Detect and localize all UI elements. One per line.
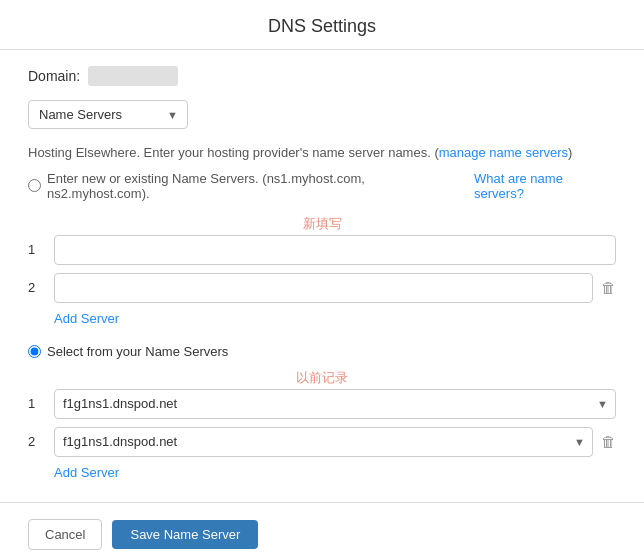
existing-ns-number-1: 1 (28, 396, 46, 411)
hosting-description: Hosting Elsewhere. Enter your hosting pr… (28, 143, 616, 163)
existing-ns-select-1[interactable]: f1g1ns1.dnspod.net (54, 389, 616, 419)
delete-existing-ns-2-icon[interactable]: 🗑 (601, 433, 616, 450)
existing-ns-select-2[interactable]: f1g1ns1.dnspod.net (54, 427, 593, 457)
footer: Cancel Save Name Server (0, 502, 644, 561)
existing-ns-select-wrapper-1: f1g1ns1.dnspod.net ▼ (54, 389, 616, 419)
existing-ns-number-2: 2 (28, 434, 46, 449)
ns-input-2[interactable] (54, 273, 593, 303)
domain-value (88, 66, 178, 86)
ns-input-row-1: 1 (28, 235, 616, 265)
add-server-link-existing[interactable]: Add Server (54, 465, 119, 480)
enter-new-ns-label: Enter new or existing Name Servers. (ns1… (47, 171, 470, 201)
select-existing-ns-label: Select from your Name Servers (47, 344, 228, 359)
new-label: 新填写 (28, 215, 616, 233)
ns-input-1[interactable] (54, 235, 616, 265)
cancel-button[interactable]: Cancel (28, 519, 102, 550)
ns-input-row-2: 2 🗑 (28, 273, 616, 303)
nameserver-type-select[interactable]: Name Servers DNS Records Email Records (28, 100, 188, 129)
existing-ns-row-2: 2 f1g1ns1.dnspod.net ▼ 🗑 (28, 427, 616, 457)
what-are-nameservers-link[interactable]: What are name servers? (474, 171, 616, 201)
select-existing-ns-radio[interactable] (28, 345, 41, 358)
select-existing-ns-radio-row: Select from your Name Servers (28, 344, 616, 359)
ns-number-2: 2 (28, 280, 46, 295)
new-ns-section: 新填写 1 2 🗑 Add Server (28, 215, 616, 338)
existing-ns-row-1: 1 f1g1ns1.dnspod.net ▼ (28, 389, 616, 419)
existing-ns-section: 以前记录 1 f1g1ns1.dnspod.net ▼ 2 f1g1ns1.dn… (28, 369, 616, 492)
enter-new-ns-radio[interactable] (28, 179, 41, 192)
add-server-link-new[interactable]: Add Server (54, 311, 119, 326)
manage-nameservers-link[interactable]: manage name servers (439, 145, 568, 160)
delete-ns-2-icon[interactable]: 🗑 (601, 279, 616, 296)
ns-number-1: 1 (28, 242, 46, 257)
existing-ns-select-wrapper-2: f1g1ns1.dnspod.net ▼ (54, 427, 593, 457)
old-label: 以前记录 (28, 369, 616, 387)
domain-label: Domain: (28, 68, 80, 84)
page-title: DNS Settings (0, 0, 644, 50)
save-name-server-button[interactable]: Save Name Server (112, 520, 258, 549)
